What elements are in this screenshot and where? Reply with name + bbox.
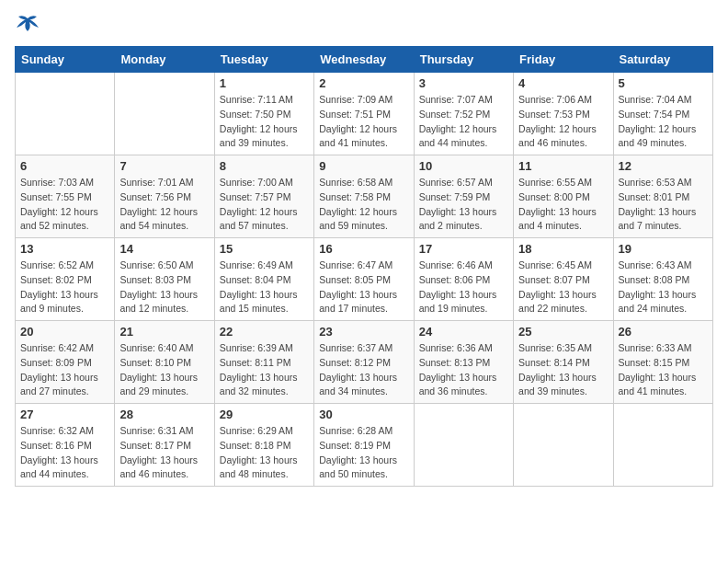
- day-number: 24: [419, 325, 508, 339]
- day-number: 28: [119, 408, 209, 421]
- day-info: Sunrise: 6:28 AMSunset: 8:19 PMDaylight:…: [319, 424, 408, 482]
- calendar-day-cell: 9Sunrise: 6:58 AMSunset: 7:58 PMDaylight…: [314, 155, 414, 238]
- logo-bird-icon: [15, 15, 40, 35]
- header: [15, 15, 713, 35]
- calendar-week-row: 13Sunrise: 6:52 AMSunset: 8:02 PMDayligh…: [16, 238, 713, 321]
- calendar-day-cell: 14Sunrise: 6:50 AMSunset: 8:03 PMDayligh…: [115, 238, 214, 321]
- calendar-day-cell: 29Sunrise: 6:29 AMSunset: 8:18 PMDayligh…: [214, 404, 313, 487]
- calendar-day-cell: 1Sunrise: 7:11 AMSunset: 7:50 PMDaylight…: [214, 73, 313, 155]
- day-info: Sunrise: 7:07 AMSunset: 7:52 PMDaylight:…: [419, 93, 508, 151]
- calendar-week-row: 27Sunrise: 6:32 AMSunset: 8:16 PMDayligh…: [16, 404, 713, 487]
- calendar-day-cell: 13Sunrise: 6:52 AMSunset: 8:02 PMDayligh…: [16, 238, 115, 321]
- day-number: 6: [20, 159, 109, 173]
- day-number: 7: [119, 159, 209, 173]
- calendar-day-cell: 27Sunrise: 6:32 AMSunset: 8:16 PMDayligh…: [16, 404, 115, 487]
- calendar-day-cell: 26Sunrise: 6:33 AMSunset: 8:15 PMDayligh…: [613, 321, 712, 404]
- day-of-week-header: Sunday: [16, 47, 115, 73]
- calendar-day-cell: 8Sunrise: 7:00 AMSunset: 7:57 PMDaylight…: [214, 155, 313, 238]
- day-number: 14: [119, 242, 209, 256]
- day-of-week-header: Friday: [514, 47, 613, 73]
- day-number: 23: [319, 325, 408, 339]
- day-number: 27: [20, 408, 109, 421]
- day-of-week-header: Saturday: [613, 47, 712, 73]
- day-number: 26: [619, 325, 708, 339]
- calendar-day-cell: 10Sunrise: 6:57 AMSunset: 7:59 PMDayligh…: [414, 155, 513, 238]
- day-info: Sunrise: 6:40 AMSunset: 8:10 PMDaylight:…: [119, 341, 209, 399]
- day-number: 19: [619, 242, 708, 256]
- calendar-day-cell: 20Sunrise: 6:42 AMSunset: 8:09 PMDayligh…: [16, 321, 115, 404]
- calendar-day-cell: 2Sunrise: 7:09 AMSunset: 7:51 PMDaylight…: [314, 73, 414, 155]
- day-info: Sunrise: 6:43 AMSunset: 8:08 PMDaylight:…: [619, 259, 708, 316]
- day-info: Sunrise: 7:11 AMSunset: 7:50 PMDaylight:…: [220, 93, 309, 151]
- logo: [15, 15, 44, 35]
- day-info: Sunrise: 7:09 AMSunset: 7:51 PMDaylight:…: [319, 93, 408, 151]
- day-info: Sunrise: 6:35 AMSunset: 8:14 PMDaylight:…: [518, 341, 608, 399]
- day-number: 13: [20, 242, 109, 256]
- day-of-week-header: Tuesday: [214, 47, 313, 73]
- day-number: 3: [419, 76, 508, 90]
- day-info: Sunrise: 6:47 AMSunset: 8:05 PMDaylight:…: [319, 259, 408, 316]
- calendar-day-cell: 15Sunrise: 6:49 AMSunset: 8:04 PMDayligh…: [214, 238, 313, 321]
- day-info: Sunrise: 6:45 AMSunset: 8:07 PMDaylight:…: [518, 259, 608, 316]
- day-number: 10: [419, 159, 508, 173]
- day-info: Sunrise: 7:04 AMSunset: 7:54 PMDaylight:…: [619, 93, 708, 151]
- day-number: 20: [20, 325, 109, 339]
- day-number: 25: [518, 325, 608, 339]
- calendar-day-cell: 5Sunrise: 7:04 AMSunset: 7:54 PMDaylight…: [613, 73, 712, 155]
- day-of-week-header: Wednesday: [314, 47, 414, 73]
- day-number: 22: [220, 325, 309, 339]
- day-of-week-header: Monday: [115, 47, 214, 73]
- day-info: Sunrise: 6:50 AMSunset: 8:03 PMDaylight:…: [119, 259, 209, 316]
- calendar: SundayMondayTuesdayWednesdayThursdayFrid…: [15, 46, 713, 487]
- day-info: Sunrise: 6:42 AMSunset: 8:09 PMDaylight:…: [20, 341, 109, 399]
- calendar-day-cell: 22Sunrise: 6:39 AMSunset: 8:11 PMDayligh…: [214, 321, 313, 404]
- calendar-day-cell: [414, 404, 513, 487]
- calendar-day-cell: 17Sunrise: 6:46 AMSunset: 8:06 PMDayligh…: [414, 238, 513, 321]
- day-info: Sunrise: 6:32 AMSunset: 8:16 PMDaylight:…: [20, 424, 109, 482]
- day-info: Sunrise: 7:00 AMSunset: 7:57 PMDaylight:…: [220, 176, 309, 234]
- day-number: 18: [518, 242, 608, 256]
- day-info: Sunrise: 6:31 AMSunset: 8:17 PMDaylight:…: [119, 424, 209, 482]
- calendar-day-cell: 21Sunrise: 6:40 AMSunset: 8:10 PMDayligh…: [115, 321, 214, 404]
- day-info: Sunrise: 6:29 AMSunset: 8:18 PMDaylight:…: [220, 424, 309, 482]
- day-number: 4: [518, 76, 608, 90]
- calendar-day-cell: 16Sunrise: 6:47 AMSunset: 8:05 PMDayligh…: [314, 238, 414, 321]
- day-info: Sunrise: 6:55 AMSunset: 8:00 PMDaylight:…: [518, 176, 608, 234]
- day-number: 30: [319, 408, 408, 421]
- day-info: Sunrise: 6:58 AMSunset: 7:58 PMDaylight:…: [319, 176, 408, 234]
- calendar-day-cell: 12Sunrise: 6:53 AMSunset: 8:01 PMDayligh…: [613, 155, 712, 238]
- calendar-week-row: 1Sunrise: 7:11 AMSunset: 7:50 PMDaylight…: [16, 73, 713, 155]
- day-info: Sunrise: 7:06 AMSunset: 7:53 PMDaylight:…: [518, 93, 608, 151]
- calendar-day-cell: 25Sunrise: 6:35 AMSunset: 8:14 PMDayligh…: [514, 321, 613, 404]
- calendar-day-cell: 4Sunrise: 7:06 AMSunset: 7:53 PMDaylight…: [514, 73, 613, 155]
- day-info: Sunrise: 6:52 AMSunset: 8:02 PMDaylight:…: [20, 259, 109, 316]
- day-number: 12: [619, 159, 708, 173]
- day-of-week-header: Thursday: [414, 47, 513, 73]
- calendar-day-cell: [613, 404, 712, 487]
- day-number: 11: [518, 159, 608, 173]
- day-number: 5: [619, 76, 708, 90]
- calendar-header-row: SundayMondayTuesdayWednesdayThursdayFrid…: [16, 47, 713, 73]
- day-info: Sunrise: 6:39 AMSunset: 8:11 PMDaylight:…: [220, 341, 309, 399]
- day-info: Sunrise: 6:36 AMSunset: 8:13 PMDaylight:…: [419, 341, 508, 399]
- calendar-day-cell: [115, 73, 214, 155]
- day-info: Sunrise: 6:33 AMSunset: 8:15 PMDaylight:…: [619, 341, 708, 399]
- day-number: 1: [220, 76, 309, 90]
- calendar-week-row: 20Sunrise: 6:42 AMSunset: 8:09 PMDayligh…: [16, 321, 713, 404]
- calendar-day-cell: 7Sunrise: 7:01 AMSunset: 7:56 PMDaylight…: [115, 155, 214, 238]
- calendar-day-cell: 19Sunrise: 6:43 AMSunset: 8:08 PMDayligh…: [613, 238, 712, 321]
- calendar-day-cell: [16, 73, 115, 155]
- day-info: Sunrise: 6:46 AMSunset: 8:06 PMDaylight:…: [419, 259, 508, 316]
- day-info: Sunrise: 7:01 AMSunset: 7:56 PMDaylight:…: [119, 176, 209, 234]
- day-number: 8: [220, 159, 309, 173]
- day-info: Sunrise: 6:49 AMSunset: 8:04 PMDaylight:…: [220, 259, 309, 316]
- day-number: 9: [319, 159, 408, 173]
- day-number: 21: [119, 325, 209, 339]
- day-number: 15: [220, 242, 309, 256]
- day-info: Sunrise: 6:37 AMSunset: 8:12 PMDaylight:…: [319, 341, 408, 399]
- day-info: Sunrise: 6:53 AMSunset: 8:01 PMDaylight:…: [619, 176, 708, 234]
- calendar-day-cell: 3Sunrise: 7:07 AMSunset: 7:52 PMDaylight…: [414, 73, 513, 155]
- calendar-day-cell: 28Sunrise: 6:31 AMSunset: 8:17 PMDayligh…: [115, 404, 214, 487]
- day-info: Sunrise: 6:57 AMSunset: 7:59 PMDaylight:…: [419, 176, 508, 234]
- calendar-day-cell: 24Sunrise: 6:36 AMSunset: 8:13 PMDayligh…: [414, 321, 513, 404]
